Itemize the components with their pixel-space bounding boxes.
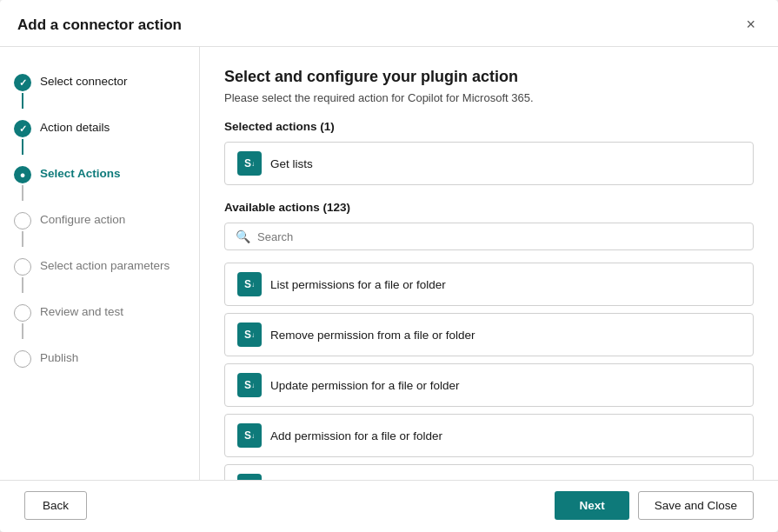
sidebar-item-publish[interactable]: Publish bbox=[0, 344, 199, 373]
back-button[interactable]: Back bbox=[24, 491, 87, 520]
list-item-label: Remove permission from a file or folder bbox=[270, 329, 475, 342]
selected-actions-label: Selected actions (1) bbox=[224, 120, 754, 133]
list-item-label: Update permission for a file or folder bbox=[270, 379, 460, 392]
list-item-icon: S↓ bbox=[237, 323, 262, 347]
list-item-label: Add permission for a file or folder bbox=[270, 429, 442, 442]
step-circle-2: ✓ bbox=[14, 120, 31, 137]
step-line-2 bbox=[22, 139, 23, 155]
step-indicator-1: ✓ bbox=[14, 74, 31, 109]
modal-header: Add a connector action × bbox=[0, 0, 778, 47]
step-indicator-3: ● bbox=[14, 166, 31, 201]
step-indicator-2: ✓ bbox=[14, 120, 31, 155]
step-circle-3: ● bbox=[14, 166, 31, 183]
step-label-publish: Publish bbox=[40, 349, 78, 367]
add-connector-action-modal: Add a connector action × ✓ Select connec… bbox=[0, 0, 778, 532]
step-line-1 bbox=[22, 93, 23, 109]
step-indicator-7 bbox=[14, 350, 31, 368]
selected-action-card[interactable]: S↓ Get lists bbox=[224, 142, 754, 185]
list-item-icon: S↓ bbox=[237, 373, 262, 397]
main-content: Select and configure your plugin action … bbox=[200, 47, 778, 480]
modal-title: Add a connector action bbox=[17, 17, 182, 34]
list-item[interactable]: S↓ Add permission for a file or folder bbox=[224, 414, 754, 457]
step-circle-1: ✓ bbox=[14, 74, 31, 91]
sidebar-item-action-details[interactable]: ✓ Action details bbox=[0, 114, 199, 160]
search-container: 🔍 bbox=[224, 223, 754, 250]
sidebar-item-select-connector[interactable]: ✓ Select connector bbox=[0, 68, 199, 114]
available-actions-list: S↓ List permissions for a file or folder… bbox=[224, 263, 754, 480]
next-button[interactable]: Next bbox=[555, 491, 628, 520]
list-item[interactable]: S↓ List permissions for a file or folder bbox=[224, 263, 754, 306]
sidebar-item-configure-action[interactable]: Configure action bbox=[0, 206, 199, 252]
step-circle-5 bbox=[14, 258, 31, 276]
footer-right-buttons: Next Save and Close bbox=[555, 491, 754, 520]
step-line-4 bbox=[22, 231, 23, 247]
selected-action-icon: S↓ bbox=[237, 151, 262, 176]
list-item-label: List permissions for a file or folder bbox=[270, 278, 446, 291]
step-label-configure-action: Configure action bbox=[40, 211, 125, 229]
save-close-button[interactable]: Save and Close bbox=[638, 491, 754, 520]
step-indicator-6 bbox=[14, 304, 31, 339]
search-icon: 🔍 bbox=[236, 229, 250, 243]
list-item-icon: S↓ bbox=[237, 474, 262, 480]
step-label-select-connector: Select connector bbox=[40, 73, 128, 90]
step-line-6 bbox=[22, 323, 23, 339]
step-circle-6 bbox=[14, 304, 31, 322]
sidebar-item-select-actions[interactable]: ● Select Actions bbox=[0, 160, 199, 206]
sidebar-item-review-and-test[interactable]: Review and test bbox=[0, 298, 199, 344]
step-circle-7 bbox=[14, 350, 31, 368]
step-label-action-details: Action details bbox=[40, 119, 110, 136]
page-title: Select and configure your plugin action bbox=[224, 68, 754, 86]
step-indicator-5 bbox=[14, 258, 31, 293]
step-line-5 bbox=[22, 277, 23, 293]
list-item[interactable]: S↓ Update permission for a file or folde… bbox=[224, 363, 754, 407]
step-circle-4 bbox=[14, 212, 31, 229]
step-label-select-actions: Select Actions bbox=[40, 165, 121, 183]
list-item-icon: S↓ bbox=[237, 272, 262, 296]
close-button[interactable]: × bbox=[741, 14, 761, 36]
step-line-3 bbox=[22, 185, 23, 201]
list-item[interactable]: S↓ Remove item from a file or folder bbox=[224, 464, 754, 480]
list-item[interactable]: S↓ Remove permission from a file or fold… bbox=[224, 313, 754, 356]
sidebar-item-select-action-parameters[interactable]: Select action parameters bbox=[0, 252, 199, 298]
step-label-select-action-parameters: Select action parameters bbox=[40, 257, 170, 275]
step-label-review-and-test: Review and test bbox=[40, 303, 123, 321]
available-actions-label: Available actions (123) bbox=[224, 201, 754, 214]
modal-footer: Back Next Save and Close bbox=[0, 480, 778, 532]
step-indicator-4 bbox=[14, 212, 31, 247]
list-item-icon: S↓ bbox=[237, 423, 262, 448]
search-input[interactable] bbox=[257, 230, 742, 243]
modal-body: ✓ Select connector ✓ Action details bbox=[0, 47, 778, 480]
page-subtitle: Please select the required action for Co… bbox=[224, 91, 754, 104]
sidebar: ✓ Select connector ✓ Action details bbox=[0, 47, 200, 480]
selected-action-label: Get lists bbox=[270, 157, 313, 170]
